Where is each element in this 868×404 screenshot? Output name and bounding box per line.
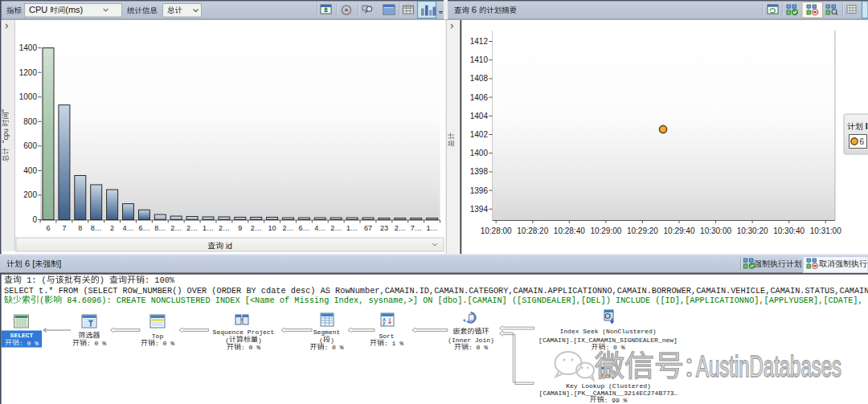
svg-text:2…: 2… [282,224,293,232]
svg-text:6: 6 [860,137,865,146]
svg-text:): ) [258,337,262,344]
svg-text:id: id [223,242,232,251]
svg-text:Index Seek (NonClustered): Index Seek (NonClustered) [559,328,656,335]
svg-text:2…: 2… [251,224,262,232]
svg-text:1…: 1… [203,224,214,232]
svg-text:: 0 %: : 0 % [469,344,488,351]
svg-text:10:28:20: 10:28:20 [517,226,548,235]
svg-text:: 0 %: : 0 % [606,344,625,351]
svg-text:1000: 1000 [19,92,38,101]
svg-text:10:30:20: 10:30:20 [737,226,768,235]
svg-text:84.6096): CREATE NONCLUSTERED: 84.6096): CREATE NONCLUSTERED INDEX [<Na… [62,296,862,305]
svg-text:(Inner Join): (Inner Join) [448,337,494,344]
svg-text:8…: 8… [91,224,102,232]
svg-text:1408: 1408 [470,74,489,83]
svg-text:8…: 8… [154,224,166,232]
svg-text:9: 9 [238,224,242,232]
svg-text:2…: 2… [219,224,230,232]
svg-text:cpu: cpu [2,126,10,140]
svg-text:1: (: 1: ( [22,275,47,285]
svg-text:1398: 1398 [470,167,489,176]
svg-text:10:30:40: 10:30:40 [773,226,805,235]
svg-text:800: 800 [23,117,37,126]
svg-text:SELECT t.* FROM (SELECT ROW_NU: SELECT t.* FROM (SELECT ROW_NUMBER() OVE… [4,286,868,296]
svg-text:4…: 4… [314,224,326,232]
svg-text:6: 6 [469,5,479,14]
svg-text:SELECT: SELECT [10,332,34,339]
svg-text:(ms): (ms) [65,5,83,14]
svg-text:1410: 1410 [470,55,489,64]
svg-text:1402: 1402 [470,130,489,139]
svg-text:]: ] [59,259,61,268]
svg-text:1400: 1400 [470,149,489,157]
svg-text:10:28:00: 10:28:00 [481,226,512,235]
svg-text:Sort: Sort [379,333,394,340]
svg-text:Top: Top [152,333,164,340]
svg-text:): ) [330,337,334,344]
svg-text:Segment: Segment [313,329,341,336]
svg-text:2: 2 [110,224,114,232]
svg-text:: 99 %: : 99 % [604,397,628,404]
svg-text:ID: ID [863,122,868,131]
svg-text:1404: 1404 [470,112,489,120]
svg-text:6 [: 6 [ [23,259,35,268]
svg-text:2…: 2… [186,224,198,232]
svg-text:(: ( [39,296,44,305]
svg-text:: 0 %: : 0 % [155,340,174,347]
svg-text:2…: 2… [170,224,182,232]
svg-text:7: 7 [62,224,66,232]
svg-text:[CAMAIN].[PK__CAMAIN__3214EC27: [CAMAIN].[PK__CAMAIN__3214EC274B773… [539,390,678,397]
svg-text:1…: 1… [346,224,358,232]
svg-text:10:31:00: 10:31:00 [810,226,841,235]
svg-text:AustinDatabases: AustinDatabases [696,350,841,383]
svg-text:: 0 %: : 0 % [241,344,260,351]
svg-text:23: 23 [380,224,388,232]
svg-text:(: ( [319,337,323,344]
svg-text:2…: 2… [395,224,406,232]
svg-text:2…: 2… [330,224,342,232]
svg-text:400: 400 [23,166,37,175]
svg-text:1…: 1… [427,224,438,232]
svg-text:1396: 1396 [470,186,489,195]
svg-text:10: 10 [268,224,276,232]
svg-text:: 0 %: : 0 % [19,340,39,347]
svg-text:Sequence Project: Sequence Project [213,329,275,336]
svg-text:: 100%: : 100% [145,275,175,285]
svg-text:: 0 %: : 0 % [325,344,344,351]
svg-text:67: 67 [364,224,372,232]
svg-text:0: 0 [32,215,37,224]
svg-text:10:30:00: 10:30:00 [700,226,731,235]
svg-text:600: 600 [23,141,37,150]
svg-text:6: 6 [46,224,50,232]
svg-text:10:29:40: 10:29:40 [664,226,695,235]
svg-text:: 0 %: : 0 % [87,340,106,347]
svg-text:1406: 1406 [470,93,489,102]
svg-text:(: ( [225,337,229,344]
svg-text:10:29:00: 10:29:00 [590,226,621,235]
svg-text:: 1 %: : 1 % [384,340,403,347]
svg-text:7…: 7… [411,224,422,232]
svg-text:200: 200 [23,190,37,199]
svg-text:1200: 1200 [19,68,38,77]
svg-text:1400: 1400 [19,43,38,52]
svg-text:CPU: CPU [29,5,50,14]
svg-text:8: 8 [78,224,82,232]
svg-text:[CAMAIN].[IX_CAMAMIN_SIGNDEALE: [CAMAIN].[IX_CAMAMIN_SIGNDEALER_new] [538,337,678,344]
svg-text:6…: 6… [138,224,149,232]
svg-text:10:29:20: 10:29:20 [627,226,658,235]
svg-text:4…: 4… [122,224,133,232]
svg-text:10:28:40: 10:28:40 [554,226,585,235]
svg-text:): ) [100,275,109,285]
svg-text:1412: 1412 [470,37,489,46]
svg-text:1394: 1394 [470,205,489,214]
svg-text:6…: 6… [298,224,309,232]
